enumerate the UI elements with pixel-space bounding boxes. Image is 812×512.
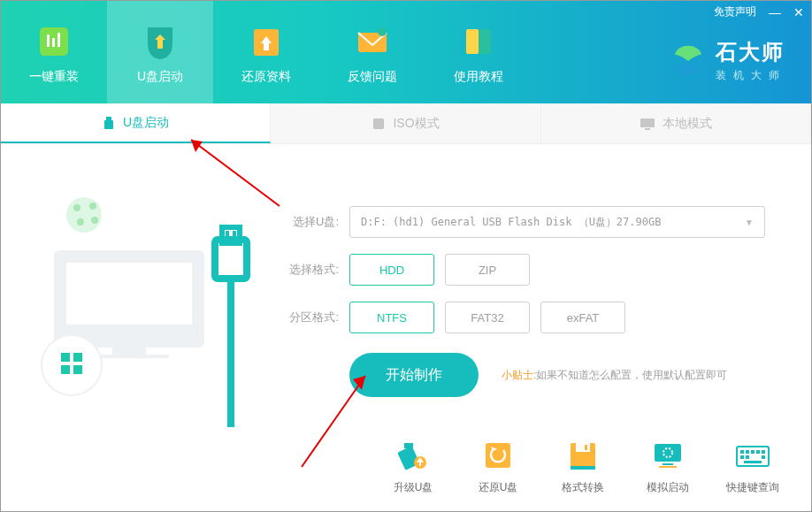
- svg-rect-36: [486, 443, 510, 468]
- usb-drive-select[interactable]: D:F: (hd1) General USB Flash Disk （U盘）27…: [349, 206, 765, 238]
- svg-point-14: [66, 197, 102, 233]
- nav-label: U盘启动: [137, 69, 183, 85]
- svg-rect-41: [655, 444, 681, 462]
- nav-label: 一键重装: [29, 69, 79, 85]
- tool-hotkey-query[interactable]: 快捷键查询: [721, 438, 785, 495]
- svg-rect-10: [104, 120, 113, 129]
- tool-restore-usb[interactable]: 还原U盘: [466, 438, 530, 495]
- app-header: 免责声明 — ✕ 一键重装 U盘启动 还原资料 反馈问题: [1, 1, 811, 103]
- svg-point-16: [73, 204, 80, 211]
- svg-rect-54: [744, 461, 762, 463]
- subtab-label: 本地模式: [663, 116, 712, 132]
- nav-label: 反馈问题: [348, 69, 397, 85]
- subtab-label: U盘启动: [123, 115, 169, 131]
- tip: 小贴士:如果不知道怎么配置，使用默认配置即可: [502, 368, 727, 383]
- nav-restore[interactable]: 还原资料: [213, 1, 319, 103]
- select-u-label: 选择U盘:: [282, 214, 339, 230]
- svg-rect-9: [106, 117, 111, 120]
- svg-rect-8: [479, 29, 491, 54]
- subtab-iso-mode[interactable]: ISO模式: [271, 103, 540, 143]
- restore-icon: [247, 19, 286, 64]
- format-opt-hdd[interactable]: HDD: [349, 254, 434, 286]
- tool-label: 格式转换: [562, 480, 604, 495]
- svg-rect-7: [466, 29, 479, 54]
- usb-illustration: [27, 162, 257, 427]
- svg-rect-50: [762, 450, 765, 454]
- svg-rect-13: [645, 128, 650, 130]
- subtab-usb-boot[interactable]: U盘启动: [1, 103, 271, 143]
- disclaimer-link[interactable]: 免责声明: [714, 4, 756, 19]
- svg-rect-38: [576, 443, 590, 452]
- keyboard-icon: [735, 438, 770, 473]
- svg-rect-1: [47, 34, 50, 47]
- reinstall-icon: [34, 19, 73, 64]
- partition-opt-fat32[interactable]: FAT32: [445, 302, 530, 333]
- nav-label: 还原资料: [241, 69, 291, 85]
- svg-rect-53: [762, 455, 765, 459]
- tool-label: 快捷键查询: [726, 480, 779, 495]
- usb-upgrade-icon: [395, 438, 431, 473]
- floppy-icon: [565, 438, 601, 473]
- format-opt-zip[interactable]: ZIP: [445, 254, 530, 286]
- svg-point-6: [378, 27, 387, 36]
- usb-shield-icon: [141, 19, 180, 64]
- nav-reinstall[interactable]: 一键重装: [1, 1, 107, 103]
- monitor-boot-icon: [650, 438, 686, 473]
- main-nav: 一键重装 U盘启动 还原资料 反馈问题 使用教程: [1, 1, 532, 103]
- svg-rect-11: [373, 118, 384, 129]
- tip-label: 小贴士:: [502, 369, 536, 381]
- sub-nav: U盘启动 ISO模式 本地模式: [1, 103, 811, 144]
- close-button[interactable]: ✕: [793, 6, 804, 19]
- svg-rect-39: [585, 445, 587, 450]
- format-label: 选择格式:: [282, 262, 339, 278]
- chevron-down-icon: ▼: [745, 218, 754, 227]
- start-button[interactable]: 开始制作: [349, 353, 479, 397]
- usb-restore-icon: [480, 438, 516, 473]
- svg-rect-44: [659, 466, 677, 468]
- svg-rect-20: [66, 263, 192, 325]
- partition-label: 分区格式:: [282, 309, 339, 325]
- partition-opt-exfat[interactable]: exFAT: [540, 302, 625, 333]
- book-icon: [459, 19, 498, 64]
- tool-simulate-boot[interactable]: 模拟启动: [636, 438, 700, 495]
- nav-label: 使用教程: [454, 69, 503, 85]
- partition-opt-ntfs[interactable]: NTFS: [349, 302, 434, 333]
- svg-point-23: [42, 335, 102, 395]
- svg-rect-29: [222, 227, 240, 243]
- svg-rect-3: [57, 33, 60, 47]
- svg-rect-31: [233, 231, 236, 238]
- svg-rect-27: [73, 365, 82, 374]
- usb-icon: [102, 116, 116, 130]
- svg-rect-40: [571, 466, 595, 470]
- tip-text: 如果不知道怎么配置，使用默认配置即可: [536, 369, 727, 381]
- footer-tools: 升级U盘 还原U盘 格式转换 模拟启动 快捷键查询: [381, 438, 785, 495]
- nav-usb-boot[interactable]: U盘启动: [107, 1, 213, 103]
- tool-label: 升级U盘: [394, 480, 433, 495]
- usb-form: 选择U盘: D:F: (hd1) General USB Flash Disk …: [282, 206, 776, 397]
- svg-rect-30: [226, 231, 229, 238]
- envelope-icon: [353, 19, 392, 64]
- tool-label: 模拟启动: [647, 480, 689, 495]
- select-value: D:F: (hd1) General USB Flash Disk （U盘）27…: [361, 215, 661, 230]
- svg-rect-2: [52, 38, 55, 47]
- svg-rect-47: [746, 450, 749, 454]
- main-content: 选择U盘: D:F: (hd1) General USB Flash Disk …: [1, 144, 811, 512]
- subtab-local-mode[interactable]: 本地模式: [541, 103, 811, 143]
- svg-rect-26: [61, 365, 70, 374]
- svg-rect-25: [73, 353, 82, 362]
- iso-icon: [372, 117, 386, 131]
- brand: 石大师 装机大师: [670, 38, 786, 83]
- svg-rect-48: [751, 450, 755, 454]
- minimize-button[interactable]: —: [769, 6, 781, 19]
- monitor-icon: [640, 117, 655, 131]
- brand-logo-icon: [670, 42, 707, 80]
- tool-upgrade-usb[interactable]: 升级U盘: [381, 438, 445, 495]
- tool-label: 还原U盘: [479, 480, 518, 495]
- tool-format-convert[interactable]: 格式转换: [551, 438, 615, 495]
- svg-rect-51: [740, 455, 744, 459]
- svg-rect-24: [61, 353, 70, 362]
- svg-rect-49: [756, 450, 760, 454]
- svg-rect-43: [663, 463, 673, 465]
- nav-feedback[interactable]: 反馈问题: [319, 1, 425, 103]
- nav-tutorial[interactable]: 使用教程: [425, 1, 532, 103]
